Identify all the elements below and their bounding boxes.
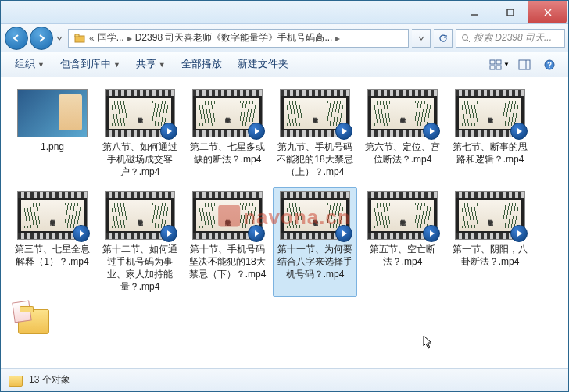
file-name: 第七节、断事的思路和逻辑？.mp4 [450, 141, 530, 166]
svg-rect-5 [75, 34, 79, 37]
file-name: 第五节、空亡断法？.mp4 [363, 243, 442, 268]
play-badge-icon [160, 123, 177, 140]
video-thumbnail: 七星数字能量学 [280, 89, 350, 137]
view-options-button[interactable]: ▼ [489, 56, 510, 73]
refresh-button[interactable] [434, 29, 453, 48]
play-badge-icon [248, 225, 265, 242]
navigation-bar: « 国学... ▸ D2398 司天喜老师《数字能量学》手机号码高... ▸ 搜… [1, 24, 568, 52]
toolbar: 组织▼ 包含到库中▼ 共享▼ 全部播放 新建文件夹 ▼ ? [1, 52, 568, 77]
file-name: 1.png [41, 141, 64, 153]
status-bar: 13 个对象 [1, 368, 568, 391]
folder-icon [73, 32, 86, 45]
play-badge-icon [335, 225, 352, 242]
chevron-right-icon: ▸ [335, 33, 340, 44]
file-item[interactable]: 1.png [10, 85, 95, 183]
video-thumbnail: 七星数字能量学 [280, 191, 350, 240]
play-badge-icon [510, 225, 528, 242]
file-name: 第八节、如何通过手机磁场成交客户？.mp4 [100, 141, 180, 179]
svg-rect-9 [496, 60, 501, 64]
search-icon [461, 34, 471, 43]
svg-rect-12 [519, 60, 530, 69]
new-folder-button[interactable]: 新建文件夹 [231, 55, 295, 74]
file-item[interactable]: 七星数字能量学第六节、定位、宫位断法？.mp4 [360, 85, 445, 183]
preview-pane-button[interactable] [514, 56, 535, 73]
file-list-pane[interactable]: 1.png七星数字能量学第八节、如何通过手机磁场成交客户？.mp4七星数字能量学… [1, 77, 568, 368]
play-badge-icon [73, 225, 90, 242]
share-menu[interactable]: 共享▼ [130, 55, 172, 74]
organize-menu[interactable]: 组织▼ [9, 55, 51, 74]
forward-button[interactable] [30, 27, 53, 50]
maximize-button[interactable] [492, 1, 528, 23]
file-name: 第二节、七星多或缺的断法？.mp4 [188, 141, 267, 166]
file-name: 第六节、定位、宫位断法？.mp4 [363, 141, 442, 166]
file-item[interactable]: 七星数字能量学第十一节、为何要结合八字来选择手机号码？.mp4 [273, 187, 357, 298]
play-badge-icon [423, 225, 440, 242]
file-item[interactable]: 七星数字能量学第七节、断事的思路和逻辑？.mp4 [448, 85, 532, 183]
video-thumbnail: 七星数字能量学 [455, 89, 525, 137]
cursor-icon [423, 335, 435, 351]
file-item[interactable]: 七星数字能量学第一节、阴阳，八卦断法？.mp4 [448, 187, 532, 298]
breadcrumb-segment[interactable]: 国学... [98, 31, 124, 45]
back-button[interactable] [5, 27, 28, 50]
file-name: 第三节、七星全息解释（1）？.mp4 [13, 243, 92, 268]
breadcrumb-segment[interactable]: D2398 司天喜老师《数字能量学》手机号码高... [135, 31, 333, 45]
svg-point-6 [463, 34, 468, 40]
play-badge-icon [248, 123, 265, 140]
play-all-button[interactable]: 全部播放 [175, 55, 228, 74]
close-button[interactable] [528, 1, 567, 23]
image-thumbnail [17, 89, 88, 137]
file-name: 第十节、手机号码坚决不能犯的18大禁忌（下）？.mp4 [188, 243, 267, 281]
svg-line-7 [467, 40, 470, 42]
video-thumbnail: 七星数字能量学 [192, 191, 263, 240]
svg-rect-1 [507, 9, 514, 16]
video-thumbnail: 七星数字能量学 [192, 89, 263, 137]
partial-folder-row [10, 305, 559, 336]
play-badge-icon [423, 123, 440, 140]
file-item[interactable]: 七星数字能量学第二节、七星多或缺的断法？.mp4 [185, 85, 270, 183]
file-name: 第十二节、如何通过手机号码为事业、家人加持能量？.mp4 [100, 243, 180, 294]
video-thumbnail: 七星数字能量学 [105, 89, 175, 137]
file-item[interactable]: 七星数字能量学第三节、七星全息解释（1）？.mp4 [10, 187, 95, 298]
folder-icon [9, 374, 23, 387]
search-placeholder: 搜索 D2398 司天... [474, 31, 552, 45]
search-input[interactable]: 搜索 D2398 司天... [456, 29, 565, 48]
folder-icon[interactable] [15, 305, 52, 336]
play-badge-icon [510, 123, 528, 140]
nav-history-dropdown[interactable] [54, 35, 65, 41]
play-badge-icon [160, 225, 177, 242]
svg-rect-11 [496, 66, 501, 69]
svg-rect-10 [490, 66, 495, 69]
chevron-down-icon: ▼ [159, 61, 166, 69]
file-name: 第九节、手机号码不能犯的18大禁忌（上）？.mp4 [275, 141, 355, 179]
chevron-down-icon: ▼ [113, 61, 120, 69]
file-item[interactable]: 七星数字能量学第八节、如何通过手机磁场成交客户？.mp4 [98, 85, 182, 183]
video-thumbnail: 七星数字能量学 [455, 191, 525, 240]
help-button[interactable]: ? [539, 56, 560, 73]
video-thumbnail: 七星数字能量学 [105, 191, 175, 240]
chevron-right-icon: ▸ [127, 33, 132, 44]
breadcrumb-dropdown[interactable] [412, 29, 431, 48]
play-badge-icon [335, 123, 352, 140]
file-name: 第一节、阴阳，八卦断法？.mp4 [450, 243, 530, 268]
minimize-button[interactable] [456, 1, 492, 23]
file-item[interactable]: 七星数字能量学第九节、手机号码不能犯的18大禁忌（上）？.mp4 [273, 85, 357, 183]
chevron-down-icon: ▼ [38, 61, 45, 69]
video-thumbnail: 七星数字能量学 [367, 191, 438, 240]
svg-text:?: ? [547, 61, 552, 69]
video-thumbnail: 七星数字能量学 [367, 89, 438, 137]
file-name: 第十一节、为何要结合八字来选择手机号码？.mp4 [275, 243, 355, 281]
breadcrumb-sep: « [89, 33, 95, 44]
include-in-library-menu[interactable]: 包含到库中▼ [54, 55, 127, 74]
svg-rect-8 [490, 60, 495, 64]
file-item[interactable]: 七星数字能量学第五节、空亡断法？.mp4 [360, 187, 445, 298]
titlebar [1, 1, 568, 24]
status-count: 13 个对象 [29, 373, 70, 387]
breadcrumb[interactable]: « 国学... ▸ D2398 司天喜老师《数字能量学》手机号码高... ▸ [68, 29, 409, 48]
video-thumbnail: 七星数字能量学 [17, 191, 88, 240]
file-item[interactable]: 七星数字能量学第十二节、如何通过手机号码为事业、家人加持能量？.mp4 [98, 187, 182, 298]
file-item[interactable]: 七星数字能量学第十节、手机号码坚决不能犯的18大禁忌（下）？.mp4 [185, 187, 270, 298]
